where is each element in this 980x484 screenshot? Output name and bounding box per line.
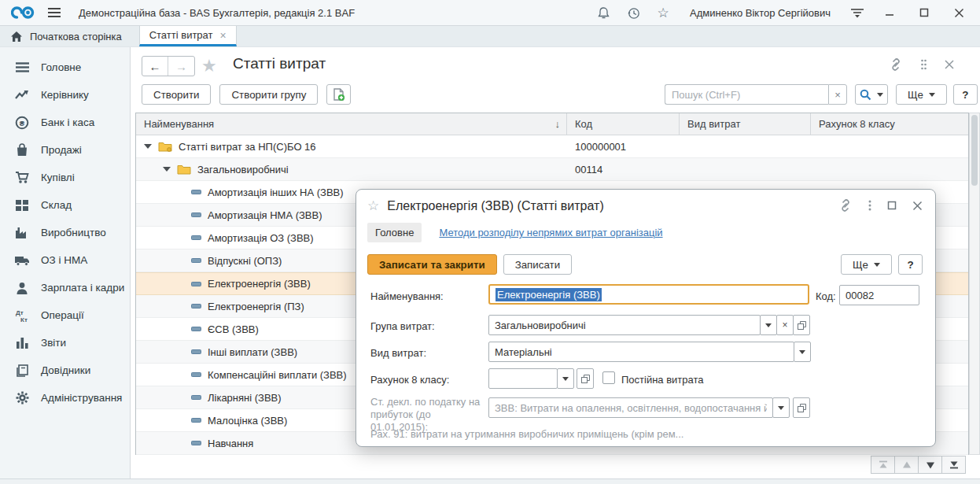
save-button[interactable]: Записати xyxy=(503,254,572,275)
dialog-tab-methods-link[interactable]: Методи розподілу непрямих витрат організ… xyxy=(439,227,662,238)
dialog-favorite-star-icon[interactable]: ☆ xyxy=(367,198,379,214)
name-field[interactable]: Електроенергія (ЗВВ) xyxy=(488,284,809,305)
tab-statti-vytrat[interactable]: Статті витрат × xyxy=(139,26,237,46)
copy-new-item-button[interactable] xyxy=(326,84,351,105)
column-header-name[interactable]: Найменування↓ xyxy=(136,113,567,135)
code-field-label: Код: xyxy=(816,290,836,302)
dropdown-caret xyxy=(562,377,569,381)
back-button[interactable]: ← xyxy=(142,57,168,76)
shopping-bag-icon xyxy=(14,142,30,158)
save-and-close-button[interactable]: Записати та закрити xyxy=(367,254,497,275)
group-clear-button[interactable]: × xyxy=(776,315,794,335)
notifications-bell-icon[interactable] xyxy=(595,5,611,20)
sidebar-item-kupivli[interactable]: Купівлі xyxy=(0,164,130,191)
dialog-tab-main[interactable]: Головне xyxy=(367,223,422,242)
dialog-help-button[interactable]: ? xyxy=(898,254,923,275)
code-input[interactable] xyxy=(846,290,913,301)
group-dropdown-button[interactable] xyxy=(760,315,777,335)
column-header-code[interactable]: Код xyxy=(567,113,680,135)
group-field[interactable]: Загальновиробничі xyxy=(488,315,761,335)
create-group-button[interactable]: Створити групу xyxy=(219,84,318,105)
go-next-button[interactable] xyxy=(918,456,942,474)
sidebar-item-bank-i-kasa[interactable]: ₴ Банк і каса xyxy=(0,109,130,136)
account8-open-button[interactable] xyxy=(577,368,594,389)
current-user[interactable]: Админенко Віктор Сергійович xyxy=(690,7,831,19)
declaration-field-value: ЗВВ: Витрати на опалення, освітлення, во… xyxy=(495,402,767,414)
list-more-button[interactable]: Ще xyxy=(896,84,947,105)
column-header-kind[interactable]: Вид витрат xyxy=(680,113,811,135)
close-list-icon[interactable] xyxy=(945,60,954,69)
sidebar-item-label: Продажі xyxy=(41,144,82,156)
declaration-field[interactable]: ЗВВ: Витрати на опалення, освітлення, во… xyxy=(488,397,773,418)
go-prev-button[interactable] xyxy=(894,456,919,474)
item-dash-icon xyxy=(191,418,201,423)
dialog-title: Електроенергія (ЗВВ) (Статті витрат) xyxy=(387,199,603,213)
svg-text:₴: ₴ xyxy=(20,118,25,127)
get-link-icon[interactable] xyxy=(889,58,903,71)
account8-dropdown-button[interactable] xyxy=(557,368,574,389)
search-clear-icon[interactable]: × xyxy=(828,84,847,105)
search-input[interactable] xyxy=(665,84,828,105)
tab-close-icon[interactable]: × xyxy=(219,29,226,42)
favorites-star-icon[interactable]: ☆ xyxy=(655,5,671,20)
sidebar-item-administruvannia[interactable]: Адміністрування xyxy=(0,384,130,412)
code-field[interactable] xyxy=(839,285,919,305)
favorite-star-icon[interactable]: ★ xyxy=(201,56,217,76)
person-icon xyxy=(14,280,30,296)
panels-settings-icon[interactable] xyxy=(849,5,865,20)
sidebar-item-operatsii[interactable]: ДтКт Операції xyxy=(0,301,130,329)
expand-caret-icon[interactable] xyxy=(163,167,171,172)
list-help-button[interactable]: ? xyxy=(953,84,978,105)
table-row[interactable]: Загальновиробничі 00114 xyxy=(136,158,968,181)
constant-expense-checkbox[interactable] xyxy=(602,371,615,384)
kind-field[interactable]: Матеріальні xyxy=(488,342,794,362)
column-header-account8[interactable]: Рахунок 8 класу xyxy=(811,113,968,135)
history-icon[interactable] xyxy=(625,5,641,20)
dialog-more-button[interactable]: Ще xyxy=(841,254,892,275)
account8-field-label: Рахунок 8 класу: xyxy=(370,374,449,386)
constant-expense-label[interactable]: Постійна витрата xyxy=(621,374,704,386)
dialog-maximize-icon[interactable] xyxy=(887,201,897,210)
expand-caret-icon[interactable] xyxy=(144,144,152,149)
sidebar-item-dovidnyky[interactable]: Довідники xyxy=(0,357,130,384)
sidebar-item-sklad[interactable]: Склад xyxy=(0,191,130,219)
search-options-button[interactable] xyxy=(855,84,888,105)
dialog-link-icon[interactable] xyxy=(838,199,853,212)
scrollbar-thumb[interactable] xyxy=(971,115,978,186)
sidebar-item-zarplata-i-kadry[interactable]: Зарплата і кадри xyxy=(0,274,130,301)
declaration-dropdown-button[interactable] xyxy=(772,397,790,418)
sidebar-item-vyrobnytstvo[interactable]: Виробництво xyxy=(0,219,130,246)
main-menu-icon[interactable] xyxy=(47,7,61,18)
kind-field-label: Вид витрат: xyxy=(370,347,426,359)
dialog-more-dots-icon[interactable] xyxy=(868,200,871,211)
sidebar-item-label: Банк і каса xyxy=(41,116,94,128)
group-open-button[interactable] xyxy=(793,315,810,335)
sidebar-item-prodazhi[interactable]: Продажі xyxy=(0,136,130,164)
minimize-button[interactable] xyxy=(879,5,900,20)
forward-button[interactable]: → xyxy=(168,57,194,76)
close-window-button[interactable] xyxy=(949,5,969,20)
table-row[interactable]: Статті витрат за НП(С)БО 16 100000001 xyxy=(136,135,968,158)
create-button[interactable]: Створити xyxy=(142,84,211,105)
dialog-tabs: Головне Методи розподілу непрямих витрат… xyxy=(367,223,663,242)
folder-icon xyxy=(177,164,191,175)
sidebar-item-kerivnyku[interactable]: Керівнику xyxy=(0,81,130,109)
table-scrollbar[interactable] xyxy=(969,113,980,455)
window-bottom-strip xyxy=(0,478,980,484)
more-dots-icon[interactable] xyxy=(920,59,927,70)
kind-dropdown-button[interactable] xyxy=(794,342,811,362)
go-first-button[interactable] xyxy=(871,456,895,474)
app-logo-icon xyxy=(11,6,35,20)
tab-home[interactable]: Початкова сторінка xyxy=(0,26,139,46)
group-field-label: Група витрат: xyxy=(370,320,435,332)
account-note-text: Рах. 91: витрати на утримання виробничих… xyxy=(370,428,683,440)
declaration-open-button[interactable] xyxy=(793,397,810,418)
sidebar-item-oz-i-nma[interactable]: ОЗ і НМА xyxy=(0,246,130,274)
sidebar-item-zvity[interactable]: Звіти xyxy=(0,329,130,357)
dialog-close-icon[interactable] xyxy=(912,201,923,211)
account8-field[interactable] xyxy=(488,368,558,389)
sidebar-item-label: ОЗ і НМА xyxy=(41,254,87,266)
go-last-button[interactable] xyxy=(941,456,966,474)
sidebar-item-holovne[interactable]: Головне xyxy=(0,54,130,81)
maximize-button[interactable] xyxy=(914,5,934,20)
